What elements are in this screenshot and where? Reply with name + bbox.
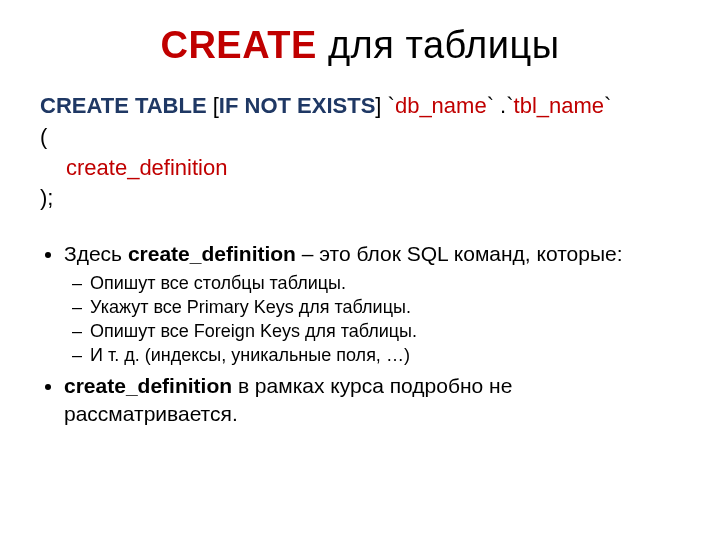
bullet-list: Здесь create_definition – это блок SQL к… [40, 240, 680, 428]
sql-syntax-block: CREATE TABLE [IF NOT EXISTS] `db_name` .… [40, 91, 680, 214]
slide-title: CREATE для таблицы [40, 24, 680, 67]
create-definition: create_definition [40, 153, 680, 184]
title-rest: для таблицы [317, 24, 560, 66]
syntax-close-paren: ); [40, 183, 680, 214]
tick-tbl-pre: ` [506, 93, 513, 118]
list-item: Опишут все Foreign Keys для таблицы. [90, 319, 680, 343]
b2-bold: create_definition [64, 374, 232, 397]
syntax-line-1: CREATE TABLE [IF NOT EXISTS] `db_name` .… [40, 91, 680, 122]
list-item: И т. д. (индексы, уникальные поля, …) [90, 343, 680, 367]
kw-create-table: CREATE TABLE [40, 93, 213, 118]
list-item: Укажут все Primary Keys для таблицы. [90, 295, 680, 319]
tick-db-pre: ` [381, 93, 394, 118]
tick-tbl-post: ` [604, 93, 611, 118]
db-name: db_name [395, 93, 487, 118]
list-item: create_definition в рамках курса подробн… [64, 372, 680, 429]
list-item: Опишут все столбцы таблицы. [90, 271, 680, 295]
sub-list: Опишут все столбцы таблицы. Укажут все P… [64, 271, 680, 368]
list-item: Здесь create_definition – это блок SQL к… [64, 240, 680, 368]
tick-db-post: ` [487, 93, 494, 118]
b1-prefix: Здесь [64, 242, 128, 265]
b1-rest: – это блок SQL команд, которые: [296, 242, 623, 265]
tbl-name: tbl_name [514, 93, 605, 118]
kw-if-not-exists: IF NOT EXISTS [219, 93, 375, 118]
b1-bold: create_definition [128, 242, 296, 265]
title-keyword: CREATE [160, 24, 316, 66]
dot: . [494, 93, 506, 118]
syntax-open-paren: ( [40, 122, 680, 153]
